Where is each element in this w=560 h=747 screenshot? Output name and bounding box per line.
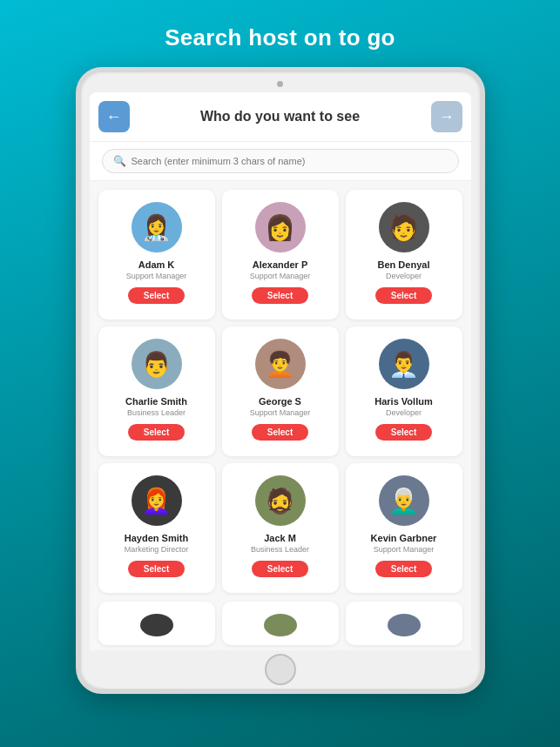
select-button[interactable]: Select: [375, 424, 432, 441]
tablet-screen: ← Who do you want to see → 🔍 👩‍⚕️ Adam K…: [90, 92, 471, 650]
hosts-grid: 👩‍⚕️ Adam K Support Manager Select 👩 Ale…: [90, 181, 471, 602]
avatar-emoji: 👩: [265, 213, 295, 242]
partial-avatar: [388, 614, 421, 636]
host-name: Charlie Smith: [125, 396, 187, 407]
host-role: Business Leader: [127, 408, 186, 417]
tablet-home-row: [90, 650, 471, 689]
avatar-emoji: 👨‍🦳: [388, 487, 419, 515]
partial-host-card: [222, 602, 339, 645]
search-input[interactable]: [132, 156, 448, 166]
host-card: 🧔 Jack M Business Leader Select: [222, 463, 339, 593]
back-arrow-icon: ←: [106, 109, 122, 124]
select-button[interactable]: Select: [252, 287, 308, 304]
select-button[interactable]: Select: [252, 561, 308, 577]
host-name: Jack M: [264, 533, 296, 543]
host-name: Adam K: [138, 259, 175, 270]
avatar-emoji: 🧑‍🦱: [265, 350, 295, 379]
partial-avatar: [140, 614, 173, 636]
host-role: Support Manager: [374, 545, 435, 554]
search-container: 🔍: [90, 142, 471, 181]
partial-host-card: [98, 602, 215, 645]
select-button[interactable]: Select: [128, 561, 185, 577]
select-button[interactable]: Select: [128, 424, 185, 441]
partial-host-card: [346, 602, 462, 645]
page-title: Search host on to go: [165, 24, 395, 51]
search-icon: 🔍: [113, 155, 126, 167]
host-avatar: 🧔: [255, 475, 306, 526]
host-avatar: 🧑: [379, 202, 429, 252]
host-avatar: 👩: [255, 202, 306, 252]
host-name: Alexander P: [253, 259, 308, 270]
host-avatar: 👨‍💼: [379, 339, 429, 389]
host-card: 👨‍💼 Haris Vollum Developer Select: [346, 326, 462, 456]
host-card: 👩‍⚕️ Adam K Support Manager Select: [98, 190, 215, 320]
partial-avatar: [264, 614, 297, 636]
partial-row: [90, 602, 471, 650]
select-button[interactable]: Select: [375, 561, 432, 577]
header-bar: ← Who do you want to see →: [90, 92, 471, 142]
avatar-emoji: 👩‍🦰: [141, 487, 172, 515]
search-input-wrapper: 🔍: [102, 149, 459, 173]
tablet-camera: [277, 81, 283, 87]
host-card: 👩‍🦰 Hayden Smith Marketing Director Sele…: [98, 463, 215, 593]
host-role: Support Manager: [250, 272, 311, 280]
host-name: Hayden Smith: [125, 533, 188, 543]
host-card: 🧑‍🦱 George S Support Manager Select: [222, 326, 339, 456]
host-role: Business Leader: [251, 545, 309, 554]
host-avatar: 👨: [132, 339, 182, 389]
select-button[interactable]: Select: [128, 287, 185, 304]
avatar-emoji: 👨‍💼: [388, 350, 419, 379]
host-name: Haris Vollum: [374, 396, 432, 407]
host-avatar: 👨‍🦳: [379, 475, 429, 526]
host-card: 👨‍🦳 Kevin Garbner Support Manager Select: [346, 463, 462, 593]
host-name: Kevin Garbner: [371, 533, 437, 543]
host-avatar: 👩‍🦰: [132, 475, 182, 526]
host-name: George S: [259, 396, 301, 407]
avatar-emoji: 🧔: [265, 487, 295, 515]
tablet-shell: ← Who do you want to see → 🔍 👩‍⚕️ Adam K…: [76, 67, 485, 694]
host-name: Ben Denyal: [378, 259, 430, 270]
host-card: 👨 Charlie Smith Business Leader Select: [98, 326, 215, 456]
tablet-home-button[interactable]: [265, 654, 296, 685]
host-role: Marketing Director: [125, 545, 189, 554]
host-role: Support Manager: [126, 272, 187, 280]
avatar-emoji: 👨: [141, 350, 172, 379]
forward-arrow-icon: →: [439, 108, 455, 126]
host-card: 🧑 Ben Denyal Developer Select: [346, 190, 462, 320]
forward-button[interactable]: →: [431, 101, 462, 132]
host-avatar: 👩‍⚕️: [132, 202, 182, 252]
select-button[interactable]: Select: [252, 424, 308, 441]
header-title: Who do you want to see: [137, 109, 424, 124]
host-role: Developer: [386, 408, 422, 417]
back-button[interactable]: ←: [98, 101, 130, 132]
avatar-emoji: 🧑: [388, 213, 419, 242]
host-role: Support Manager: [250, 408, 311, 417]
host-card: 👩 Alexander P Support Manager Select: [222, 190, 339, 320]
avatar-emoji: 👩‍⚕️: [141, 213, 172, 242]
host-avatar: 🧑‍🦱: [255, 339, 306, 389]
select-button[interactable]: Select: [375, 287, 432, 304]
host-role: Developer: [386, 272, 422, 280]
